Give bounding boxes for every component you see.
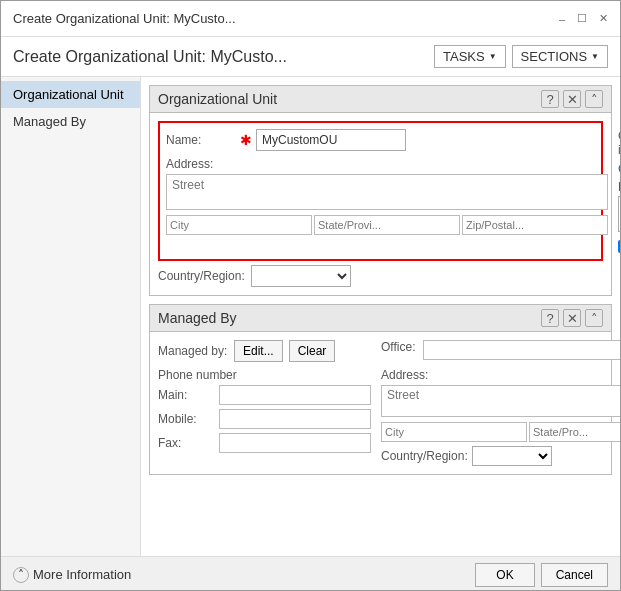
managed-state-input[interactable] [529, 422, 620, 442]
ou-close-button[interactable]: ✕ [563, 90, 581, 108]
sidebar-item-mb-label: Managed By [13, 114, 86, 129]
managed-address-section: Address: Country/Region: [381, 368, 620, 466]
country-label: Country/Region: [158, 269, 245, 283]
ou-fields-container: Name: ✱ Address: [158, 121, 603, 261]
managed-by-section: Managed By ? ✕ ˄ [149, 304, 612, 475]
toolbar-title: Create Organizational Unit: MyCusto... [13, 48, 287, 66]
sidebar-item-managed-by[interactable]: Managed By [1, 108, 140, 135]
managed-address-label: Address: [381, 368, 620, 382]
main-phone-row: Main: [158, 385, 371, 405]
mobile-label: Mobile: [158, 412, 213, 426]
sidebar: Organizational Unit Managed By [1, 77, 141, 556]
protect-checkbox-row: Protect from accidental deletion [618, 239, 620, 253]
bottom-buttons: OK Cancel [475, 563, 608, 587]
ou-collapse-button[interactable]: ˄ [585, 90, 603, 108]
managed-close-icon: ✕ [567, 311, 578, 326]
office-input[interactable] [423, 340, 620, 360]
ou-section: Organizational Unit ? ✕ ˄ [149, 85, 612, 296]
bottom-bar: ˄ More Information OK Cancel [1, 556, 620, 591]
main-phone-input[interactable] [219, 385, 371, 405]
content: Organizational Unit ? ✕ ˄ [141, 77, 620, 556]
managed-collapse-button[interactable]: ˄ [585, 309, 603, 327]
sidebar-item-organizational-unit[interactable]: Organizational Unit [1, 81, 140, 108]
tasks-arrow-icon: ▼ [489, 52, 497, 61]
ou-right-col: Create in: DC=aaddscontoso,DC=com Change… [618, 129, 620, 253]
ou-help-icon: ? [546, 92, 553, 107]
ou-two-col: Name: ✱ Address: [166, 129, 595, 253]
ou-help-button[interactable]: ? [541, 90, 559, 108]
name-label: Name: [166, 133, 236, 147]
close-button[interactable]: ✕ [599, 12, 608, 25]
sections-dropdown[interactable]: SECTIONS ▼ [512, 45, 608, 68]
phone-section: Phone number Main: Mobile: Fax: [158, 368, 371, 453]
country-row: Country/Region: [158, 265, 603, 287]
ou-left-col: Name: ✱ Address: [166, 129, 608, 253]
main-layout: Organizational Unit Managed By Organizat… [1, 77, 620, 556]
more-info[interactable]: ˄ More Information [13, 567, 131, 583]
managed-by-label: Managed by: [158, 344, 228, 358]
title-bar-controls: – ☐ ✕ [559, 12, 608, 25]
address-label: Address: [166, 157, 608, 171]
office-label: Office: [381, 340, 415, 354]
city-row [166, 215, 608, 235]
minimize-button[interactable]: – [559, 13, 565, 25]
managed-country-label: Country/Region: [381, 449, 468, 463]
name-input[interactable] [256, 129, 406, 151]
managed-country-row: Country/Region: [381, 446, 620, 466]
country-select[interactable] [251, 265, 351, 287]
clear-button[interactable]: Clear [289, 340, 336, 362]
change-link[interactable]: Change... [618, 162, 620, 176]
sidebar-item-ou-label: Organizational Unit [13, 87, 124, 102]
managed-by-body: Managed by: Edit... Clear Phone number M… [150, 332, 611, 474]
office-row: Office: [381, 340, 620, 360]
fax-phone-row: Fax: [158, 433, 371, 453]
phone-section-label: Phone number [158, 368, 371, 382]
tasks-label: TASKS [443, 49, 485, 64]
managed-by-row: Managed by: Edit... Clear [158, 340, 371, 362]
name-row: Name: ✱ [166, 129, 608, 151]
managed-city-row [381, 422, 620, 442]
required-star: ✱ [240, 132, 252, 148]
toolbar: Create Organizational Unit: MyCusto... T… [1, 37, 620, 77]
more-info-chevron-icon: ˄ [13, 567, 29, 583]
cancel-button[interactable]: Cancel [541, 563, 608, 587]
zip-input[interactable] [462, 215, 608, 235]
create-in-label: Create in: [618, 129, 620, 157]
ou-section-header: Organizational Unit ? ✕ ˄ [150, 86, 611, 113]
more-info-label: More Information [33, 567, 131, 582]
managed-help-button[interactable]: ? [541, 309, 559, 327]
managed-city-input[interactable] [381, 422, 527, 442]
create-in-row: Create in: DC=aaddscontoso,DC=com [618, 129, 620, 157]
protect-checkbox[interactable] [618, 240, 620, 253]
title-bar: Create Organizational Unit: MyCusto... –… [1, 1, 620, 37]
fax-label: Fax: [158, 436, 213, 450]
managed-close-button[interactable]: ✕ [563, 309, 581, 327]
managed-by-section-header: Managed By ? ✕ ˄ [150, 305, 611, 332]
city-input[interactable] [166, 215, 312, 235]
tasks-dropdown[interactable]: TASKS ▼ [434, 45, 506, 68]
managed-street-textarea[interactable] [381, 385, 620, 417]
title-bar-title: Create Organizational Unit: MyCusto... [13, 11, 236, 26]
state-input[interactable] [314, 215, 460, 235]
ou-section-body: Name: ✱ Address: [150, 113, 611, 295]
fax-phone-input[interactable] [219, 433, 371, 453]
managed-help-icon: ? [546, 311, 553, 326]
description-label: Description: [618, 180, 620, 194]
mobile-phone-input[interactable] [219, 409, 371, 429]
managed-country-select[interactable] [472, 446, 552, 466]
mobile-phone-row: Mobile: [158, 409, 371, 429]
managed-right-col: Office: Address: [381, 340, 620, 466]
sections-label: SECTIONS [521, 49, 587, 64]
ou-collapse-icon: ˄ [591, 92, 598, 107]
managed-left-col: Managed by: Edit... Clear Phone number M… [158, 340, 371, 466]
ou-section-title: Organizational Unit [158, 91, 277, 107]
street-textarea[interactable] [166, 174, 608, 210]
sections-arrow-icon: ▼ [591, 52, 599, 61]
ou-section-controls: ? ✕ ˄ [541, 90, 603, 108]
maximize-button[interactable]: ☐ [577, 12, 587, 25]
edit-button[interactable]: Edit... [234, 340, 283, 362]
ok-button[interactable]: OK [475, 563, 534, 587]
managed-by-section-title: Managed By [158, 310, 237, 326]
main-label: Main: [158, 388, 213, 402]
description-input[interactable]: Custom OU for service accounts [618, 196, 620, 232]
